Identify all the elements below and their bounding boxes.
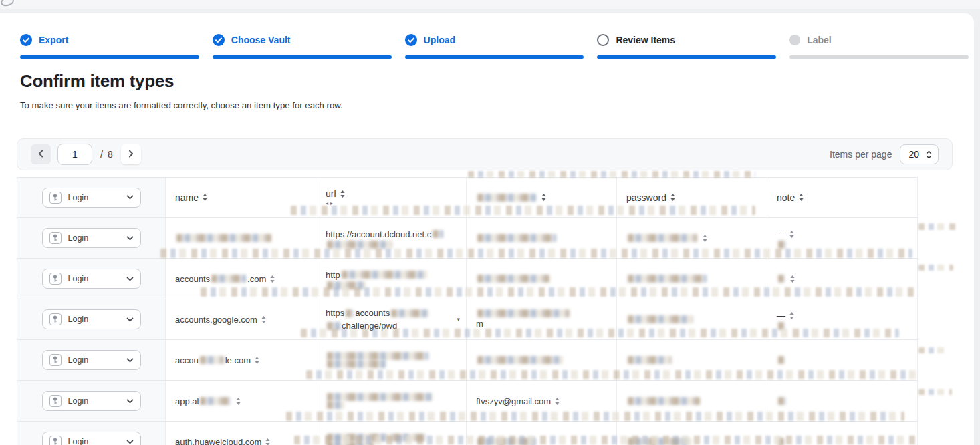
item-type-dropdown[interactable]: Login [42, 432, 141, 445]
page-total: / 8 [100, 149, 113, 160]
check-circle-icon [20, 34, 32, 46]
sort-icon[interactable] [789, 231, 794, 238]
stepper: ExportChoose VaultUploadReview ItemsLabe… [20, 33, 969, 59]
redacted-text [327, 352, 428, 360]
step-progress-bar [405, 55, 584, 59]
items-per-page-value: 20 [908, 149, 919, 160]
chevron-down-icon [126, 358, 134, 363]
step-review-items[interactable]: Review Items [597, 33, 776, 59]
cell-dropdown-icon[interactable]: ▾ [457, 316, 460, 323]
cell-text: — [777, 309, 785, 322]
row-3-url-cell: httpsaccountschallenge/pwd▾ [316, 299, 467, 340]
browser-top-strip [0, 0, 980, 9]
row-1-note-cell: — [767, 218, 918, 259]
chevron-down-icon [126, 317, 134, 322]
redacted-text [778, 241, 786, 249]
cell-text: — [777, 228, 785, 241]
row-6-type-cell: Login [17, 422, 166, 445]
row-6-password-cell [617, 422, 767, 445]
item-type-dropdown[interactable]: Login [42, 228, 141, 248]
redacted-header [477, 194, 536, 202]
redacted-text [391, 309, 428, 317]
redacted-text [200, 356, 224, 364]
sort-icon[interactable] [790, 275, 795, 283]
step-export[interactable]: Export [20, 33, 199, 59]
key-icon [49, 395, 62, 407]
redacted-text [327, 393, 433, 401]
sort-icon[interactable] [261, 316, 266, 323]
sort-icon[interactable] [799, 194, 804, 201]
circle-outline-icon [597, 34, 609, 46]
row-1-name-cell [166, 218, 316, 259]
step-label: Choose Vault [231, 35, 291, 45]
step-label[interactable]: Label [789, 33, 969, 59]
next-page-button[interactable] [121, 144, 141, 164]
page-number-input[interactable] [57, 144, 92, 165]
item-type-dropdown[interactable]: Login [42, 309, 141, 329]
redacted-text [433, 230, 443, 238]
redacted-text [778, 275, 785, 283]
chevron-down-icon [126, 399, 134, 404]
cell-text: challenge/pwd [342, 319, 397, 332]
row-5-password-cell [617, 381, 767, 422]
chevron-down-icon [126, 236, 134, 241]
type-button-label: Login [68, 233, 89, 243]
cell-text: https [326, 307, 344, 319]
sort-icon[interactable] [555, 398, 560, 405]
page-title: Confirm item types [20, 71, 174, 92]
item-type-dropdown[interactable]: Login [42, 350, 141, 370]
redacted-text [477, 438, 536, 445]
row-3-username-cell: m [467, 299, 617, 340]
row-4-username-cell [467, 340, 617, 381]
prev-page-button[interactable] [31, 144, 51, 164]
sort-icon[interactable] [703, 235, 707, 242]
bulk-type-dropdown[interactable]: Login [42, 188, 141, 208]
type-button-label: Login [68, 193, 89, 202]
pagination-controls: / 8 [31, 144, 141, 165]
row-3-type-cell: Login [17, 299, 166, 340]
redacted-text [327, 434, 426, 442]
sort-icon[interactable] [270, 275, 275, 283]
row-4-note-cell [767, 340, 918, 381]
step-choose-vault[interactable]: Choose Vault [213, 33, 392, 59]
column-header-type: Login [17, 178, 166, 218]
sort-icon[interactable] [265, 438, 270, 445]
sort-icon[interactable] [203, 194, 207, 201]
sort-icon[interactable] [236, 398, 241, 405]
redacted-text [628, 275, 707, 283]
row-5-name-cell: app.al [166, 381, 316, 422]
sort-icon[interactable] [789, 312, 794, 319]
redacted-text [477, 275, 549, 283]
items-per-page-label: Items per page [830, 149, 892, 160]
item-type-dropdown[interactable]: Login [42, 269, 141, 289]
row-2-note-cell [767, 259, 918, 299]
row-6-username-cell [467, 422, 617, 445]
sort-icon[interactable] [340, 190, 345, 198]
column-resize-icon[interactable]: ◂▸ [326, 201, 457, 206]
row-5-url-cell [316, 381, 467, 422]
chevron-left-icon [38, 150, 43, 160]
cell-text: accounts [355, 307, 390, 319]
step-upload[interactable]: Upload [405, 33, 584, 59]
sort-icon[interactable] [541, 194, 546, 201]
key-icon [49, 273, 62, 285]
key-icon [49, 354, 62, 366]
redacted-text [628, 315, 693, 323]
row-1-password-cell [617, 218, 767, 259]
row-3-note-cell: — [767, 299, 918, 340]
redacted-text [778, 438, 785, 445]
sort-icon[interactable] [670, 194, 675, 201]
items-per-page-select[interactable]: 20 [900, 144, 939, 164]
step-progress-bar [597, 55, 776, 59]
step-label: Export [39, 35, 68, 45]
redacted-text [327, 322, 340, 330]
row-6-note-cell [767, 422, 918, 445]
total-pages: 8 [108, 149, 113, 160]
page-divider: / [100, 149, 103, 160]
sort-icon[interactable] [255, 357, 259, 364]
key-icon [49, 232, 62, 244]
row-4-name-cell: accoule.com [166, 340, 316, 381]
item-type-dropdown[interactable]: Login [42, 391, 141, 411]
content-card: ExportChoose VaultUploadReview ItemsLabe… [0, 13, 974, 445]
column-label: url [326, 188, 336, 199]
